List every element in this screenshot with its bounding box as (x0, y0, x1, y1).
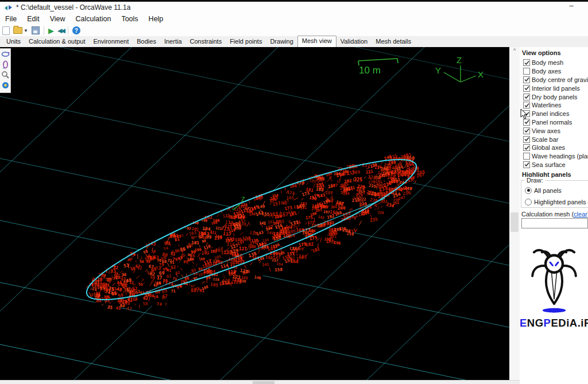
svg-text:182: 182 (305, 242, 314, 247)
menu-edit[interactable]: Edit (22, 13, 45, 25)
checkbox-box[interactable] (523, 59, 530, 66)
svg-text:211: 211 (347, 185, 355, 191)
radio-highlighted-panels-only[interactable]: Highlighted panels only (525, 197, 588, 207)
tab-bodies[interactable]: Bodies (133, 37, 160, 47)
checkbox-body-centre-of-gravity[interactable]: Body centre of gravity (523, 76, 588, 84)
checkbox-body-axes[interactable]: Body axes (523, 67, 588, 76)
calculation-mesh-input[interactable] (521, 218, 588, 228)
checkbox-panel-normals[interactable]: Panel normals (523, 118, 588, 127)
radio-dot[interactable] (525, 199, 532, 205)
view-manipulation-toolbar (0, 48, 11, 93)
scroll-up-arrow[interactable]: ^ (509, 47, 520, 55)
menu-file[interactable]: File (0, 13, 22, 25)
svg-text:32: 32 (114, 275, 118, 280)
checkbox-scale-bar[interactable]: Scale bar (523, 135, 588, 143)
tab-field-points[interactable]: Field points (226, 37, 266, 47)
svg-text:52: 52 (132, 286, 138, 292)
checkbox-box[interactable] (523, 94, 530, 100)
orcawave-app-icon (4, 4, 13, 11)
tab-mesh-details[interactable]: Mesh details (372, 37, 415, 47)
menu-tools[interactable]: Tools (116, 13, 143, 25)
tab-mesh-view[interactable]: Mesh view (297, 36, 336, 47)
checkbox-box[interactable] (523, 102, 530, 108)
checkbox-global-axes[interactable]: Global axes (523, 143, 588, 152)
checkbox-box[interactable] (523, 161, 530, 168)
checkbox-view-axes[interactable]: View axes (523, 126, 588, 135)
tab-units[interactable]: Units (2, 37, 25, 47)
checkbox-label: Scale bar (532, 136, 558, 143)
checkbox-dry-body-panels[interactable]: Dry body panels (523, 92, 588, 101)
tab-calculation-output[interactable]: Calculation & output (25, 37, 89, 47)
checkbox-box[interactable] (523, 136, 530, 143)
checkbox-interior-lid-panels[interactable]: Interior lid panels (523, 84, 588, 92)
checkbox-label: Body centre of gravity (532, 76, 588, 83)
checkbox-box[interactable] (523, 153, 530, 160)
svg-text:71: 71 (171, 289, 176, 294)
tab-constraints[interactable]: Constraints (186, 37, 226, 47)
checkbox-box[interactable] (523, 68, 530, 75)
checkbox-box[interactable] (523, 85, 530, 92)
checkbox-wave-headings-plan-view[interactable]: Wave headings (plan view) (523, 152, 588, 161)
checkbox-panel-indices[interactable]: Panel indices (523, 110, 588, 118)
draw-groupbox: Draw: All panelsHighlighted panels only (521, 180, 588, 208)
menu-view[interactable]: View (45, 13, 71, 25)
view-options-checkbox-list: Body meshBody axesBody centre of gravity… (523, 59, 588, 169)
svg-text:207: 207 (330, 183, 338, 188)
open-file-button[interactable]: ▼ (12, 26, 29, 36)
svg-text:210: 210 (346, 231, 354, 237)
rewind-button[interactable]: ◀◀ (56, 26, 65, 36)
horizontal-scrollbar[interactable] (0, 380, 520, 384)
title-bar[interactable]: * C:\default_vessel - OrcaWave 11.1a (0, 2, 588, 13)
menu-help[interactable]: Help (144, 13, 169, 25)
scrollbar-thumb[interactable] (510, 212, 519, 232)
svg-text:70: 70 (157, 258, 161, 263)
rotate-icon[interactable] (1, 49, 10, 59)
svg-text:35: 35 (107, 304, 113, 310)
checkbox-box[interactable] (523, 127, 530, 134)
svg-text:188: 188 (325, 190, 333, 195)
radio-label: All panels (534, 187, 562, 194)
save-file-button[interactable] (30, 26, 41, 36)
tab-drawing[interactable]: Drawing (266, 37, 297, 47)
svg-text:56: 56 (140, 259, 144, 264)
checkbox-box[interactable] (523, 144, 530, 151)
svg-text:99: 99 (206, 234, 212, 240)
run-calculation-button[interactable]: ▶ (47, 26, 55, 36)
checkbox-box[interactable] (523, 76, 530, 83)
svg-text:90: 90 (191, 249, 196, 254)
menu-bar: FileEditViewCalculationToolsHelp (0, 13, 588, 25)
svg-text:173: 173 (290, 249, 297, 254)
svg-text:45: 45 (111, 291, 118, 297)
svg-text:27: 27 (108, 270, 113, 274)
svg-text:177: 177 (308, 220, 315, 225)
tab-validation[interactable]: Validation (336, 37, 372, 47)
checkbox-label: Body mesh (532, 59, 563, 66)
axis-z-label: Z (457, 55, 462, 65)
orbit-icon[interactable] (1, 60, 10, 69)
help-button[interactable]: ? (71, 26, 82, 36)
checkbox-sea-surface[interactable]: Sea surface (523, 161, 588, 169)
svg-text:181: 181 (300, 205, 307, 211)
new-file-button[interactable] (1, 26, 11, 36)
panel-scrollbar[interactable]: ^ (509, 47, 520, 380)
svg-text:47: 47 (126, 306, 132, 312)
svg-text:35: 35 (107, 278, 112, 283)
svg-text:58: 58 (132, 297, 137, 302)
checkbox-body-mesh[interactable]: Body mesh (523, 59, 588, 67)
radio-dot[interactable] (525, 187, 532, 194)
svg-text:195: 195 (315, 208, 322, 212)
horizontal-scrollbar-thumb[interactable] (253, 381, 274, 384)
checkbox-waterlines[interactable]: Waterlines (523, 101, 588, 110)
svg-text:130: 130 (239, 279, 246, 284)
svg-text:86: 86 (179, 246, 186, 253)
mesh-3d-view[interactable]: 2211231833359125681551985081272512814121… (0, 47, 509, 380)
clear-link[interactable]: clear (574, 211, 587, 218)
menu-calculation[interactable]: Calculation (71, 13, 117, 25)
tab-environment[interactable]: Environment (90, 37, 133, 47)
radio-all-panels[interactable]: All panels (525, 185, 588, 195)
tab-inertia[interactable]: Inertia (160, 37, 186, 47)
view-icon[interactable] (1, 80, 10, 90)
svg-text:115: 115 (225, 238, 234, 243)
zoom-icon[interactable] (1, 70, 10, 79)
minimize-button[interactable]: – (562, 1, 581, 11)
